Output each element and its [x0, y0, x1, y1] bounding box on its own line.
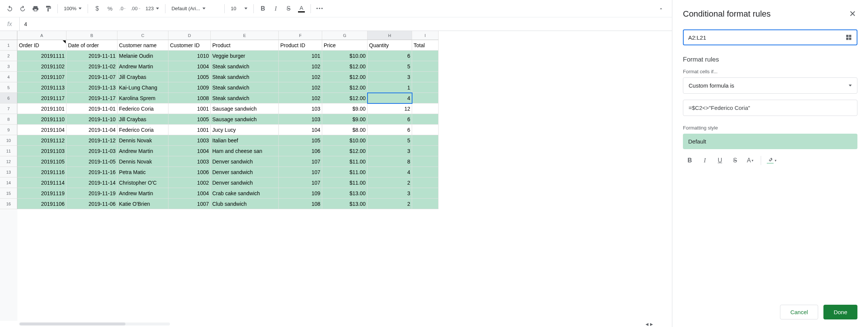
header-cell[interactable]: Product [211, 40, 279, 51]
cell[interactable]: 1006 [168, 167, 211, 177]
undo-button[interactable] [4, 3, 16, 14]
collapse-toolbar-button[interactable] [654, 6, 668, 11]
cell[interactable]: 20191102 [17, 61, 66, 72]
cell[interactable]: 20191116 [17, 167, 66, 177]
cell[interactable]: $12.00 [322, 61, 368, 72]
cell[interactable]: Denver sandwich [211, 177, 279, 188]
cell[interactable]: 2019-11-12 [66, 135, 117, 146]
select-range-icon[interactable] [845, 34, 852, 41]
row-header-14[interactable]: 14 [0, 177, 17, 188]
cell[interactable]: 20191119 [17, 188, 66, 199]
strikethrough-button[interactable]: S [283, 3, 295, 14]
cell[interactable]: 1003 [168, 135, 211, 146]
cell[interactable]: Melanie Oudin [117, 51, 168, 61]
cell[interactable]: Denver sandwich [211, 156, 279, 167]
cell[interactable]: Andrew Martin [117, 61, 168, 72]
cell[interactable]: 20191101 [17, 103, 66, 114]
cell[interactable]: 2019-11-02 [66, 61, 117, 72]
cell[interactable]: 102 [279, 72, 322, 82]
cell[interactable] [412, 82, 439, 93]
increase-decimal-button[interactable]: .00→ [130, 3, 142, 14]
cell[interactable]: Italian beef [211, 135, 279, 146]
cell[interactable]: 12 [368, 103, 412, 114]
col-header-G[interactable]: G [322, 31, 368, 40]
italic-button[interactable]: I [270, 3, 282, 14]
style-italic-button[interactable]: I [698, 154, 712, 167]
condition-select[interactable]: Custom formula is [683, 77, 857, 94]
cell[interactable]: 106 [279, 146, 322, 156]
row-header-1[interactable]: 1 [0, 40, 17, 51]
close-panel-button[interactable]: ✕ [848, 8, 857, 20]
row-header-9[interactable]: 9 [0, 125, 17, 135]
percent-button[interactable]: % [104, 3, 116, 14]
cell[interactable]: 2019-11-06 [66, 199, 117, 209]
cell[interactable] [412, 114, 439, 125]
cell[interactable]: 104 [279, 125, 322, 135]
cell[interactable]: Dennis Novak [117, 156, 168, 167]
col-header-C[interactable]: C [117, 31, 168, 40]
cell[interactable]: Federico Coria [117, 103, 168, 114]
cell[interactable]: Andrew Martin [117, 188, 168, 199]
cell[interactable] [412, 156, 439, 167]
cell[interactable]: $11.00 [322, 156, 368, 167]
cell[interactable]: 4 [368, 93, 412, 103]
cell[interactable]: $8.00 [322, 125, 368, 135]
cell[interactable] [412, 103, 439, 114]
header-cell[interactable]: Quantity [368, 40, 412, 51]
cell[interactable]: $9.00 [322, 114, 368, 125]
decrease-decimal-button[interactable]: .0← [117, 3, 129, 14]
cell[interactable]: 1005 [168, 114, 211, 125]
cell[interactable]: 2019-11-03 [66, 146, 117, 156]
row-header-13[interactable]: 13 [0, 167, 17, 177]
cell[interactable]: Karolina Sprem [117, 93, 168, 103]
cell[interactable]: $10.00 [322, 51, 368, 61]
cell[interactable]: Steak sandwich [211, 82, 279, 93]
cell[interactable]: 2019-11-17 [66, 93, 117, 103]
cell[interactable]: 1001 [168, 103, 211, 114]
cell[interactable] [412, 125, 439, 135]
cell[interactable]: 4 [368, 167, 412, 177]
cell[interactable]: 20191113 [17, 82, 66, 93]
formula-input[interactable]: 4 [20, 21, 672, 27]
style-strikethrough-button[interactable]: S [728, 154, 742, 167]
style-fill-color-button[interactable]: ▾ [765, 154, 778, 167]
cell[interactable]: 6 [368, 114, 412, 125]
style-bold-button[interactable]: B [683, 154, 697, 167]
cell[interactable]: 20191114 [17, 177, 66, 188]
select-all-corner[interactable] [0, 31, 17, 40]
row-header-16[interactable]: 16 [0, 199, 17, 209]
cell[interactable]: Denver sandwich [211, 167, 279, 177]
header-cell[interactable]: Date of order [66, 40, 117, 51]
header-cell[interactable]: Product ID [279, 40, 322, 51]
col-header-F[interactable]: F [279, 31, 322, 40]
cell[interactable]: 1003 [168, 156, 211, 167]
font-size-select[interactable]: 10 [228, 3, 250, 14]
bold-button[interactable]: B [257, 3, 269, 14]
cell[interactable]: 2019-11-13 [66, 82, 117, 93]
cell[interactable]: 1009 [168, 82, 211, 93]
col-header-H[interactable]: H [368, 31, 412, 40]
cell[interactable]: 2019-11-19 [66, 188, 117, 199]
text-color-button[interactable]: A [295, 3, 307, 14]
header-cell[interactable]: Customer name [117, 40, 168, 51]
cell[interactable]: 2019-11-04 [66, 125, 117, 135]
cell[interactable]: $12.00 [322, 93, 368, 103]
cell[interactable] [412, 167, 439, 177]
cell[interactable]: 1001 [168, 125, 211, 135]
cell[interactable]: $12.00 [322, 82, 368, 93]
cell[interactable]: 103 [279, 103, 322, 114]
cell[interactable]: 102 [279, 82, 322, 93]
apply-to-range-input[interactable]: A2:L21 [683, 29, 857, 45]
cell[interactable]: $13.00 [322, 188, 368, 199]
zoom-select[interactable]: 100% [61, 3, 85, 14]
cell[interactable]: 1 [368, 82, 412, 93]
cell[interactable]: 3 [368, 188, 412, 199]
col-header-A[interactable]: A [17, 31, 66, 40]
cell[interactable]: $11.00 [322, 167, 368, 177]
cell[interactable]: 5 [368, 61, 412, 72]
row-header-6[interactable]: 6 [0, 93, 17, 103]
cell[interactable]: 2019-11-05 [66, 156, 117, 167]
cell[interactable]: 3 [368, 146, 412, 156]
cell[interactable]: Sausage sandwich [211, 114, 279, 125]
cell[interactable]: 2 [368, 199, 412, 209]
